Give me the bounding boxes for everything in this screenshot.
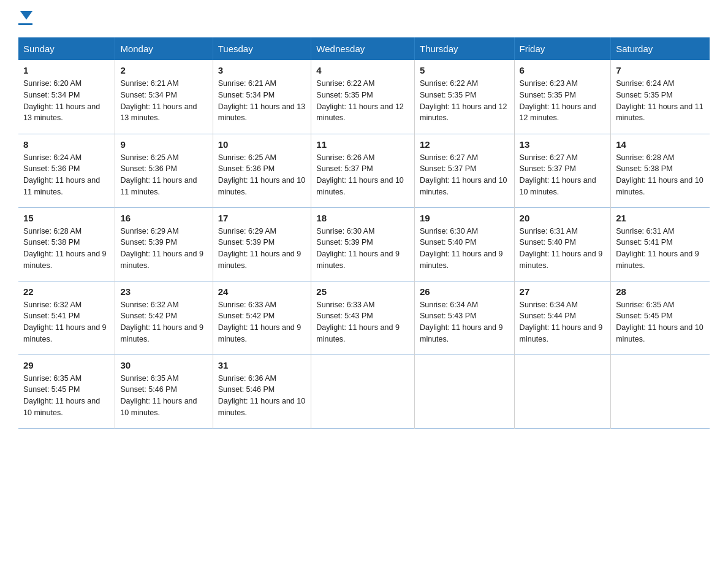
- calendar-cell: 21 Sunrise: 6:31 AMSunset: 5:41 PMDaylig…: [611, 207, 710, 281]
- day-info: Sunrise: 6:26 AMSunset: 5:37 PMDaylight:…: [316, 152, 409, 198]
- calendar-cell: 14 Sunrise: 6:28 AMSunset: 5:38 PMDaylig…: [611, 134, 710, 207]
- calendar-cell: 10 Sunrise: 6:25 AMSunset: 5:36 PMDaylig…: [213, 134, 311, 207]
- header: [18, 12, 710, 25]
- day-number: 1: [23, 65, 110, 75]
- calendar-header-wednesday: Wednesday: [311, 37, 415, 60]
- day-info: Sunrise: 6:24 AMSunset: 5:36 PMDaylight:…: [23, 152, 110, 198]
- day-info: Sunrise: 6:34 AMSunset: 5:44 PMDaylight:…: [520, 299, 606, 345]
- day-info: Sunrise: 6:30 AMSunset: 5:39 PMDaylight:…: [316, 226, 409, 272]
- day-number: 2: [120, 65, 207, 75]
- day-number: 23: [120, 286, 207, 297]
- day-number: 22: [23, 286, 110, 297]
- day-number: 4: [316, 65, 409, 75]
- day-number: 25: [316, 286, 409, 297]
- day-number: 30: [120, 360, 207, 370]
- calendar-cell: 3 Sunrise: 6:21 AMSunset: 5:34 PMDayligh…: [213, 60, 311, 134]
- calendar-cell: 15 Sunrise: 6:28 AMSunset: 5:38 PMDaylig…: [18, 207, 115, 281]
- calendar-cell: [414, 354, 514, 428]
- day-info: Sunrise: 6:20 AMSunset: 5:34 PMDaylight:…: [23, 78, 110, 124]
- calendar-cell: 2 Sunrise: 6:21 AMSunset: 5:34 PMDayligh…: [115, 60, 213, 134]
- day-info: Sunrise: 6:27 AMSunset: 5:37 PMDaylight:…: [420, 152, 509, 198]
- day-info: Sunrise: 6:32 AMSunset: 5:42 PMDaylight:…: [120, 299, 207, 345]
- day-number: 7: [616, 65, 705, 75]
- day-number: 27: [520, 286, 606, 297]
- day-number: 6: [520, 65, 606, 75]
- calendar-week-row: 1 Sunrise: 6:20 AMSunset: 5:34 PMDayligh…: [18, 60, 710, 134]
- day-number: 11: [316, 139, 409, 150]
- day-number: 9: [120, 139, 207, 150]
- calendar-cell: 18 Sunrise: 6:30 AMSunset: 5:39 PMDaylig…: [311, 207, 415, 281]
- day-number: 24: [218, 286, 306, 297]
- calendar-week-row: 22 Sunrise: 6:32 AMSunset: 5:41 PMDaylig…: [18, 281, 710, 354]
- day-number: 28: [616, 286, 705, 297]
- day-info: Sunrise: 6:22 AMSunset: 5:35 PMDaylight:…: [316, 78, 409, 124]
- day-info: Sunrise: 6:22 AMSunset: 5:35 PMDaylight:…: [420, 78, 509, 124]
- calendar-cell: 22 Sunrise: 6:32 AMSunset: 5:41 PMDaylig…: [18, 281, 115, 354]
- calendar-cell: 17 Sunrise: 6:29 AMSunset: 5:39 PMDaylig…: [213, 207, 311, 281]
- calendar-cell: 1 Sunrise: 6:20 AMSunset: 5:34 PMDayligh…: [18, 60, 115, 134]
- calendar-cell: 5 Sunrise: 6:22 AMSunset: 5:35 PMDayligh…: [414, 60, 514, 134]
- day-info: Sunrise: 6:28 AMSunset: 5:38 PMDaylight:…: [23, 226, 110, 272]
- calendar-cell: 26 Sunrise: 6:34 AMSunset: 5:43 PMDaylig…: [414, 281, 514, 354]
- calendar-header-row: SundayMondayTuesdayWednesdayThursdayFrid…: [18, 37, 710, 60]
- day-number: 5: [420, 65, 509, 75]
- calendar-cell: 8 Sunrise: 6:24 AMSunset: 5:36 PMDayligh…: [18, 134, 115, 207]
- calendar-cell: 19 Sunrise: 6:30 AMSunset: 5:40 PMDaylig…: [414, 207, 514, 281]
- day-number: 12: [420, 139, 509, 150]
- calendar-cell: [514, 354, 611, 428]
- day-info: Sunrise: 6:31 AMSunset: 5:40 PMDaylight:…: [520, 226, 606, 272]
- calendar-week-row: 29 Sunrise: 6:35 AMSunset: 5:45 PMDaylig…: [18, 354, 710, 428]
- calendar-cell: 6 Sunrise: 6:23 AMSunset: 5:35 PMDayligh…: [514, 60, 611, 134]
- calendar-cell: 31 Sunrise: 6:36 AMSunset: 5:46 PMDaylig…: [213, 354, 311, 428]
- day-number: 14: [616, 139, 705, 150]
- calendar-cell: 11 Sunrise: 6:26 AMSunset: 5:37 PMDaylig…: [311, 134, 415, 207]
- calendar-cell: 25 Sunrise: 6:33 AMSunset: 5:43 PMDaylig…: [311, 281, 415, 354]
- calendar-header-thursday: Thursday: [414, 37, 514, 60]
- day-info: Sunrise: 6:36 AMSunset: 5:46 PMDaylight:…: [218, 373, 306, 419]
- calendar-cell: 7 Sunrise: 6:24 AMSunset: 5:35 PMDayligh…: [611, 60, 710, 134]
- day-info: Sunrise: 6:25 AMSunset: 5:36 PMDaylight:…: [218, 152, 306, 198]
- day-number: 18: [316, 213, 409, 223]
- day-info: Sunrise: 6:21 AMSunset: 5:34 PMDaylight:…: [120, 78, 207, 124]
- calendar-cell: 23 Sunrise: 6:32 AMSunset: 5:42 PMDaylig…: [115, 281, 213, 354]
- calendar-cell: 20 Sunrise: 6:31 AMSunset: 5:40 PMDaylig…: [514, 207, 611, 281]
- calendar-cell: 13 Sunrise: 6:27 AMSunset: 5:37 PMDaylig…: [514, 134, 611, 207]
- calendar-cell: 12 Sunrise: 6:27 AMSunset: 5:37 PMDaylig…: [414, 134, 514, 207]
- calendar-cell: [311, 354, 415, 428]
- day-info: Sunrise: 6:35 AMSunset: 5:45 PMDaylight:…: [616, 299, 705, 345]
- day-info: Sunrise: 6:24 AMSunset: 5:35 PMDaylight:…: [616, 78, 705, 124]
- day-info: Sunrise: 6:33 AMSunset: 5:42 PMDaylight:…: [218, 299, 306, 345]
- day-number: 21: [616, 213, 705, 223]
- day-info: Sunrise: 6:29 AMSunset: 5:39 PMDaylight:…: [218, 226, 306, 272]
- day-number: 29: [23, 360, 110, 370]
- day-number: 31: [218, 360, 306, 370]
- day-number: 20: [520, 213, 606, 223]
- calendar-cell: 9 Sunrise: 6:25 AMSunset: 5:36 PMDayligh…: [115, 134, 213, 207]
- calendar-week-row: 8 Sunrise: 6:24 AMSunset: 5:36 PMDayligh…: [18, 134, 710, 207]
- day-info: Sunrise: 6:23 AMSunset: 5:35 PMDaylight:…: [520, 78, 606, 124]
- calendar-cell: [611, 354, 710, 428]
- day-info: Sunrise: 6:33 AMSunset: 5:43 PMDaylight:…: [316, 299, 409, 345]
- logo-triangle-icon: [20, 11, 32, 20]
- day-number: 15: [23, 213, 110, 223]
- calendar-cell: 16 Sunrise: 6:29 AMSunset: 5:39 PMDaylig…: [115, 207, 213, 281]
- calendar-cell: 4 Sunrise: 6:22 AMSunset: 5:35 PMDayligh…: [311, 60, 415, 134]
- day-info: Sunrise: 6:28 AMSunset: 5:38 PMDaylight:…: [616, 152, 705, 198]
- day-number: 26: [420, 286, 509, 297]
- day-info: Sunrise: 6:30 AMSunset: 5:40 PMDaylight:…: [420, 226, 509, 272]
- day-number: 10: [218, 139, 306, 150]
- day-info: Sunrise: 6:25 AMSunset: 5:36 PMDaylight:…: [120, 152, 207, 198]
- day-info: Sunrise: 6:35 AMSunset: 5:45 PMDaylight:…: [23, 373, 110, 419]
- day-number: 16: [120, 213, 207, 223]
- calendar-header-friday: Friday: [514, 37, 611, 60]
- calendar-cell: 29 Sunrise: 6:35 AMSunset: 5:45 PMDaylig…: [18, 354, 115, 428]
- day-number: 8: [23, 139, 110, 150]
- calendar-week-row: 15 Sunrise: 6:28 AMSunset: 5:38 PMDaylig…: [18, 207, 710, 281]
- day-number: 13: [520, 139, 606, 150]
- day-info: Sunrise: 6:21 AMSunset: 5:34 PMDaylight:…: [218, 78, 306, 124]
- day-info: Sunrise: 6:29 AMSunset: 5:39 PMDaylight:…: [120, 226, 207, 272]
- logo: [18, 12, 32, 25]
- calendar-header-saturday: Saturday: [611, 37, 710, 60]
- day-number: 3: [218, 65, 306, 75]
- day-info: Sunrise: 6:31 AMSunset: 5:41 PMDaylight:…: [616, 226, 705, 272]
